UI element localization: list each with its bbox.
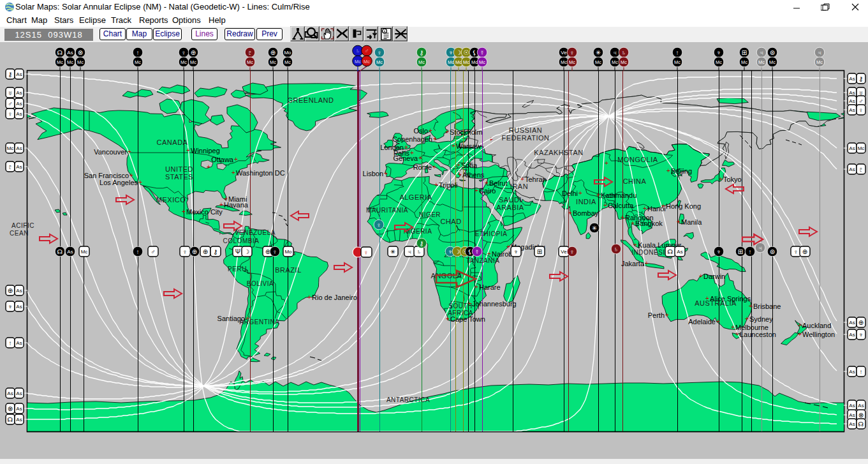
svg-text:⚷: ⚷ — [419, 49, 423, 56]
svg-text:As: As — [849, 412, 855, 418]
svg-text:☽: ☽ — [244, 248, 250, 255]
svg-text:CHINA: CHINA — [623, 177, 647, 185]
svg-text:Mc: Mc — [376, 59, 383, 65]
svg-text:Hong Kong: Hong Kong — [666, 202, 701, 210]
svg-text:+: + — [506, 243, 510, 250]
svg-text:Jakarta: Jakarta — [621, 260, 645, 267]
svg-text:+: + — [246, 315, 249, 322]
svg-text:+: + — [603, 202, 607, 209]
svg-text:+: + — [699, 273, 703, 280]
svg-text:♄: ♄ — [355, 47, 360, 54]
svg-text:GREENLAND: GREENLAND — [288, 96, 334, 104]
svg-text:As: As — [849, 76, 855, 82]
svg-text:Mc: Mc — [674, 59, 680, 65]
svg-text:+: + — [129, 172, 133, 179]
svg-text:As: As — [16, 406, 22, 412]
svg-text:Mc: Mc — [471, 59, 478, 65]
svg-text:As: As — [16, 111, 22, 117]
svg-text:Beirut: Beirut — [489, 179, 508, 187]
svg-text:+: + — [467, 300, 471, 307]
svg-text:♃: ♃ — [612, 49, 617, 56]
svg-text:Mc: Mc — [270, 59, 276, 65]
svg-text:⊕: ⊕ — [203, 248, 208, 255]
svg-text:Athens: Athens — [462, 171, 485, 179]
svg-text:Stockholm: Stockholm — [450, 128, 482, 136]
svg-text:Mc: Mc — [455, 59, 462, 65]
svg-text:+: + — [605, 160, 608, 167]
svg-text:✳: ✳ — [390, 248, 395, 255]
svg-text:Washington DC: Washington DC — [236, 169, 285, 177]
svg-text:+: + — [643, 205, 647, 212]
svg-text:UNITED: UNITED — [165, 165, 193, 173]
svg-text:FEDERATION: FEDERATION — [501, 134, 549, 142]
svg-text:IRAN: IRAN — [510, 183, 528, 190]
svg-text:+: + — [474, 283, 478, 290]
svg-text:Mc: Mc — [595, 59, 601, 65]
svg-text:☊: ☊ — [668, 248, 673, 255]
svg-text:Perth: Perth — [648, 311, 665, 319]
svg-text:As: As — [677, 249, 682, 255]
svg-text:+: + — [631, 220, 635, 227]
svg-text:♀: ♀ — [8, 110, 13, 117]
svg-text:As: As — [7, 391, 13, 396]
svg-text:+: + — [433, 135, 437, 142]
svg-text:♄: ♄ — [614, 246, 619, 253]
svg-text:Mc: Mc — [569, 59, 575, 65]
svg-text:Geneva: Geneva — [393, 154, 418, 162]
svg-text:As: As — [16, 101, 22, 107]
svg-text:♄: ♄ — [621, 49, 626, 56]
svg-text:Harare: Harare — [479, 283, 501, 291]
svg-text:As: As — [16, 417, 22, 423]
svg-text:Sydney: Sydney — [749, 315, 773, 323]
svg-text:+: + — [666, 167, 670, 174]
svg-text:Mc: Mc — [57, 59, 63, 65]
svg-text:+: + — [716, 318, 720, 325]
svg-text:Tehran: Tehran — [525, 176, 547, 183]
svg-text:As: As — [849, 90, 855, 96]
svg-text:+: + — [474, 187, 478, 194]
svg-text:⊕: ⊕ — [192, 248, 197, 255]
svg-text:+: + — [219, 201, 223, 208]
svg-text:ACIFIC: ACIFIC — [11, 222, 34, 229]
svg-text:♀: ♀ — [377, 49, 382, 56]
svg-text:↑: ↑ — [749, 248, 752, 255]
svg-text:Mc: Mc — [180, 59, 187, 65]
svg-text:Ψ: Ψ — [235, 248, 240, 255]
svg-text:As: As — [849, 107, 855, 113]
svg-text:Cairo: Cairo — [479, 187, 496, 195]
svg-text:⊛: ⊛ — [770, 248, 775, 255]
svg-text:♀: ♀ — [272, 248, 277, 255]
svg-text:Manila: Manila — [681, 218, 702, 226]
svg-text:As: As — [849, 421, 855, 427]
svg-text:CEAN: CEAN — [10, 230, 29, 237]
svg-text:+: + — [186, 147, 190, 154]
svg-text:↑: ↑ — [136, 49, 140, 56]
svg-text:As: As — [16, 304, 22, 310]
svg-text:Mc: Mc — [67, 59, 73, 65]
svg-text:☉: ☉ — [464, 49, 469, 56]
svg-text:Calcutta: Calcutta — [608, 202, 634, 209]
svg-text:+: + — [705, 295, 709, 302]
svg-text:♃: ♃ — [758, 244, 763, 251]
svg-text:Cape Town: Cape Town — [450, 315, 485, 323]
svg-text:As: As — [849, 146, 855, 151]
svg-text:Johannesburg: Johannesburg — [472, 300, 517, 308]
svg-text:☊: ☊ — [57, 248, 63, 255]
svg-text:+: + — [452, 142, 455, 149]
svg-text:Mc: Mc — [355, 59, 361, 64]
svg-text:Mc: Mc — [769, 59, 776, 65]
svg-text:Tripoli: Tripoli — [439, 181, 458, 189]
svg-text:INDIA: INDIA — [576, 198, 596, 206]
svg-text:Bombay: Bombay — [573, 209, 599, 217]
svg-text:Mc: Mc — [758, 59, 765, 65]
svg-text:As: As — [16, 340, 22, 346]
svg-text:+: + — [232, 169, 235, 176]
svg-text:+: + — [798, 331, 802, 338]
svg-text:+: + — [418, 154, 422, 161]
svg-text:As: As — [16, 288, 22, 294]
svg-text:Delhi: Delhi — [562, 190, 578, 197]
svg-text:+: + — [446, 315, 450, 322]
svg-text:As: As — [849, 167, 855, 172]
svg-text:Rio de Janeiro: Rio de Janeiro — [312, 294, 357, 301]
svg-text:♀: ♀ — [181, 49, 186, 56]
